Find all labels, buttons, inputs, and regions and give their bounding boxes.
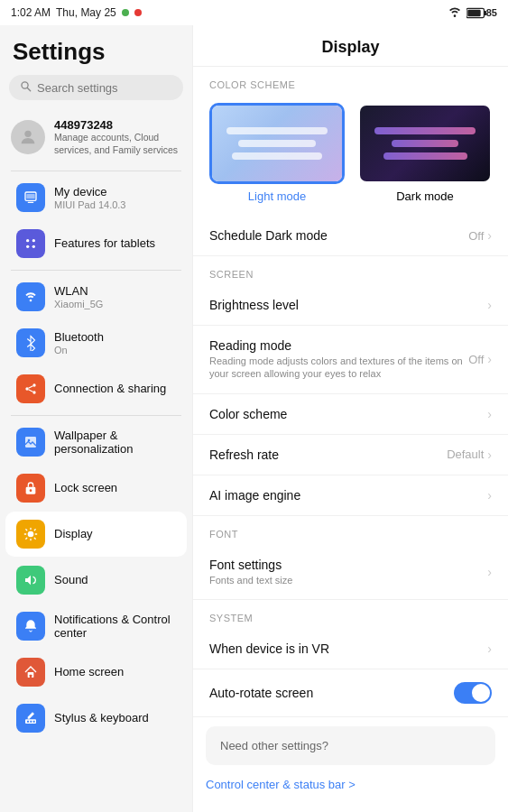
svg-point-15	[32, 392, 35, 394]
wifi-icon	[448, 5, 462, 21]
sidebar-item-sound[interactable]: Sound	[5, 558, 187, 603]
sidebar-item-connection-sharing[interactable]: Connection & sharing	[5, 366, 187, 411]
svg-rect-26	[27, 721, 29, 723]
sidebar-item-bluetooth[interactable]: Bluetooth On	[5, 320, 187, 365]
lock-icon	[16, 474, 45, 503]
svg-point-10	[32, 239, 35, 242]
my-device-icon	[16, 183, 45, 212]
auto-rotate-title: Auto-rotate screen	[209, 686, 454, 700]
sidebar-item-my-device[interactable]: My device MIUI Pad 14.0.3	[5, 175, 187, 220]
ai-image-right: ›	[487, 488, 492, 503]
dk-bar-1	[374, 127, 476, 134]
chevron-icon: ›	[487, 298, 492, 312]
sidebar-item-label: Display	[54, 527, 93, 541]
search-input[interactable]	[37, 81, 172, 95]
account-id: 448973248	[54, 118, 181, 132]
account-info: 448973248 Manage accounts, Cloud service…	[54, 118, 181, 156]
svg-point-21	[30, 490, 32, 493]
svg-line-4	[27, 88, 30, 90]
chevron-icon: ›	[487, 641, 492, 656]
date: Thu, May 25	[56, 6, 116, 19]
status-right: 85	[448, 5, 497, 21]
chevron-icon: ›	[487, 352, 492, 366]
refresh-rate-row[interactable]: Refresh rate Default ›	[193, 435, 508, 475]
dark-mode-option[interactable]: Dark mode	[357, 103, 493, 203]
time: 1:02 AM	[11, 6, 51, 19]
brightness-title: Brightness level	[209, 298, 487, 312]
sidebar-item-wallpaper[interactable]: Wallpaper & personalization	[5, 420, 187, 465]
auto-rotate-row[interactable]: Auto-rotate screen	[193, 669, 508, 717]
ai-image-left: AI image engine	[209, 488, 487, 503]
svg-line-16	[28, 386, 32, 388]
sidebar-item-sublabel: On	[54, 345, 104, 355]
font-settings-desc: Fonts and text size	[209, 574, 487, 586]
svg-line-17	[28, 390, 32, 392]
sidebar-item-sublabel: Xiaomi_5G	[54, 299, 103, 309]
sidebar-item-notifications[interactable]: Notifications & Control center	[5, 604, 187, 649]
account-section[interactable]: 448973248 Manage accounts, Cloud service…	[0, 111, 192, 167]
light-mode-option[interactable]: Light mode	[209, 103, 345, 203]
refresh-rate-left: Refresh rate	[209, 448, 447, 462]
sidebar-item-home-screen[interactable]: Home screen	[5, 650, 187, 695]
sidebar-item-label: Notifications & Control center	[54, 613, 176, 641]
dk-bar-3	[383, 152, 467, 160]
schedule-dark-value: Off	[468, 229, 484, 243]
reading-mode-row[interactable]: Reading mode Reading mode adjusts colors…	[193, 326, 508, 394]
color-scheme-row: Light mode Dark mode	[193, 96, 508, 216]
auto-rotate-toggle[interactable]	[454, 682, 492, 704]
notification-dot	[122, 9, 129, 16]
home-icon	[16, 658, 45, 687]
font-settings-row[interactable]: Font settings Fonts and text size ›	[193, 545, 508, 600]
schedule-dark-row[interactable]: Schedule Dark mode Off ›	[193, 216, 508, 256]
sidebar-item-features-tablets[interactable]: Features for tablets	[5, 221, 187, 266]
ai-image-row[interactable]: AI image engine ›	[193, 475, 508, 516]
brightness-row[interactable]: Brightness level ›	[193, 285, 508, 326]
screen-section-label: SCREEN	[193, 256, 508, 285]
wallpaper-icon	[16, 428, 45, 457]
need-settings-text: Need other settings?	[220, 739, 328, 752]
sidebar-item-label: Connection & sharing	[54, 382, 166, 396]
lt-bar-3	[232, 152, 321, 160]
light-mode-label: Light mode	[248, 189, 306, 203]
svg-point-11	[26, 245, 29, 248]
svg-rect-28	[33, 721, 35, 723]
sound-icon	[16, 566, 45, 595]
vr-mode-left: When device is in VR	[209, 641, 487, 656]
stylus-icon	[16, 704, 45, 733]
vr-mode-row[interactable]: When device is in VR ›	[193, 629, 508, 669]
search-box[interactable]	[9, 75, 183, 100]
sidebar-item-sublabel: MIUI Pad 14.0.3	[54, 199, 126, 210]
account-desc: Manage accounts, Cloud services, and Fam…	[54, 132, 181, 156]
connection-icon	[16, 374, 45, 403]
light-thumb-visual	[212, 106, 342, 181]
content-title: Display	[193, 25, 508, 67]
sidebar-item-stylus[interactable]: Stylus & keyboard	[5, 696, 187, 741]
my-device-info: My device MIUI Pad 14.0.3	[54, 185, 126, 210]
sidebar-item-label: Home screen	[54, 665, 124, 679]
control-center-link[interactable]: Control center & status bar >	[193, 774, 508, 800]
sidebar-item-label: Wallpaper & personalization	[54, 429, 176, 457]
dark-mode-thumb[interactable]	[357, 103, 493, 184]
vr-mode-title: When device is in VR	[209, 641, 487, 656]
svg-rect-7	[28, 202, 34, 203]
schedule-dark-title: Schedule Dark mode	[209, 228, 468, 243]
font-settings-right: ›	[487, 565, 492, 579]
dark-mode-label: Dark mode	[396, 189, 454, 203]
status-left: 1:02 AM Thu, May 25	[11, 6, 142, 19]
sidebar: Settings 448973248 Manage accounts, Clou…	[0, 25, 192, 812]
sidebar-item-display[interactable]: Display	[5, 512, 187, 557]
color-scheme-setting-left: Color scheme	[209, 407, 487, 421]
sidebar-item-lock-screen[interactable]: Lock screen	[5, 466, 187, 511]
refresh-rate-value: Default	[447, 448, 484, 461]
svg-point-14	[32, 384, 35, 387]
dk-bar-2	[392, 140, 458, 147]
wlan-icon	[16, 282, 45, 311]
color-scheme-setting-right: ›	[487, 407, 492, 421]
lt-bar-1	[226, 127, 328, 134]
reading-mode-value: Off	[468, 353, 484, 366]
svg-point-5	[24, 131, 31, 137]
svg-rect-27	[30, 721, 32, 723]
color-scheme-setting-row[interactable]: Color scheme ›	[193, 394, 508, 435]
sidebar-item-wlan[interactable]: WLAN Xiaomi_5G	[5, 274, 187, 319]
light-mode-thumb[interactable]	[209, 103, 345, 184]
